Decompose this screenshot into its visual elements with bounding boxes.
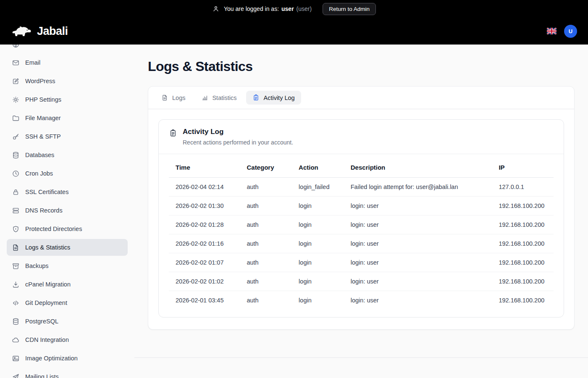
- document-icon: [161, 94, 168, 101]
- tab-statistics[interactable]: Statistics: [195, 91, 243, 105]
- globe-icon: [12, 45, 20, 48]
- login-message-prefix: You are logged in as:: [224, 5, 279, 12]
- table-row: 2026-02-02 01:30authloginlogin: user192.…: [169, 197, 554, 215]
- sidebar-item-ssl-certificates[interactable]: SSL Certificates: [7, 184, 128, 200]
- cell-category: auth: [240, 253, 292, 272]
- sidebar-item-logs-statistics[interactable]: Logs & Statistics: [7, 239, 128, 256]
- sidebar-item-file-manager[interactable]: File Manager: [7, 110, 128, 126]
- tab-activity-log[interactable]: Activity Log: [246, 91, 301, 105]
- sidebar-item-label: cPanel Migration: [25, 281, 71, 288]
- cell-category: auth: [240, 178, 292, 197]
- cloud-icon: [12, 336, 20, 344]
- cell-time: 2026-02-04 02:14: [169, 178, 240, 197]
- cell-time: 2026-02-02 01:28: [169, 215, 240, 234]
- archive-icon: [12, 262, 20, 270]
- paper-plane-icon: [12, 373, 20, 378]
- document-icon: [12, 244, 20, 252]
- card-title: Activity Log: [183, 128, 293, 136]
- table-row: 2026-02-02 01:02authloginlogin: user192.…: [169, 272, 554, 291]
- cell-ip: 192.168.100.200: [492, 272, 554, 291]
- table-row: 2026-02-04 02:14authlogin_failedFailed l…: [169, 178, 554, 197]
- tab-label: Activity Log: [263, 94, 294, 101]
- sidebar-item-cron-jobs[interactable]: Cron Jobs: [7, 165, 128, 182]
- cell-ip: 192.168.100.200: [492, 234, 554, 253]
- sidebar-item-git-deployment[interactable]: Git Deployment: [7, 294, 128, 311]
- clock-icon: [12, 170, 20, 178]
- uk-flag-icon[interactable]: [547, 28, 556, 34]
- admin-user-icon-slot: [212, 5, 220, 13]
- column-header-category: Category: [240, 158, 292, 178]
- sidebar-item-label: Logs & Statistics: [25, 244, 70, 251]
- cell-ip: 192.168.100.200: [492, 197, 554, 215]
- sidebar-item-email[interactable]: Email: [7, 54, 128, 71]
- sidebar-item-label: Backups: [25, 262, 49, 269]
- cell-description: login: user: [344, 291, 492, 310]
- tab-content: Activity Log Recent actions performed in…: [148, 109, 574, 329]
- gear-icon: [12, 96, 20, 104]
- sidebar-item-label: Protected Directories: [25, 226, 82, 232]
- cell-category: auth: [240, 272, 292, 291]
- footer-divider: [134, 357, 588, 358]
- sidebar-item-label: CDN Integration: [25, 336, 69, 343]
- brand-name: Jabali: [37, 25, 68, 38]
- sidebar-item-ssh-sftp[interactable]: SSH & SFTP: [7, 128, 128, 145]
- sidebar-item-image-optimization[interactable]: Image Optimization: [7, 350, 128, 367]
- sidebar-item-cpanel-migration[interactable]: cPanel Migration: [7, 276, 128, 293]
- sidebar-item-cdn-integration[interactable]: CDN Integration: [7, 331, 128, 348]
- sidebar-item-label: PHP Settings: [25, 96, 61, 103]
- table-header-row: TimeCategoryActionDescriptionIP: [169, 158, 554, 178]
- main-content: Logs & Statistics LogsStatisticsActivity…: [134, 45, 588, 378]
- sidebar-item-label: Image Optimization: [25, 355, 78, 362]
- sidebar-item-label: SSH & SFTP: [25, 133, 61, 140]
- sidebar-item-label: Git Deployment: [25, 299, 67, 306]
- sidebar-item-protected-directories[interactable]: Protected Directories: [7, 220, 128, 237]
- sidebar-item-mailing-lists[interactable]: Mailing Lists: [7, 368, 128, 378]
- cell-ip: 192.168.100.200: [492, 253, 554, 272]
- header-right: U: [547, 25, 577, 38]
- sidebar-item-databases[interactable]: Databases: [7, 147, 128, 163]
- sidebar-item-label: WordPress: [25, 78, 55, 84]
- activity-table: TimeCategoryActionDescriptionIP 2026-02-…: [169, 158, 554, 310]
- sidebar-item-label: Email: [25, 59, 40, 66]
- cell-category: auth: [240, 291, 292, 310]
- card-subtitle: Recent actions performed in your account…: [183, 139, 293, 146]
- login-message: You are logged in as: user (user): [224, 5, 312, 12]
- sidebar-item-partial[interactable]: [7, 45, 128, 52]
- activity-log-card-header: Activity Log Recent actions performed in…: [159, 120, 564, 154]
- tab-label: Logs: [172, 94, 185, 101]
- database-icon: [12, 151, 20, 159]
- sidebar-item-label: SSL Certificates: [25, 189, 68, 195]
- sidebar-item-php-settings[interactable]: PHP Settings: [7, 91, 128, 108]
- sidebar-item-label: PostgreSQL: [25, 318, 58, 325]
- chart-icon: [201, 94, 208, 101]
- sidebar-item-label: Databases: [25, 152, 54, 158]
- sidebar-item-backups[interactable]: Backups: [7, 257, 128, 274]
- image-icon: [12, 354, 20, 362]
- column-header-action: Action: [292, 158, 344, 178]
- tab-logs[interactable]: Logs: [155, 91, 192, 105]
- tab-label: Statistics: [212, 94, 236, 101]
- return-to-admin-button[interactable]: Return to Admin: [323, 3, 376, 15]
- column-header-ip: IP: [492, 158, 554, 178]
- sidebar-item-wordpress[interactable]: WordPress: [7, 73, 128, 89]
- sidebar-item-label: Cron Jobs: [25, 170, 53, 177]
- folder-icon: [12, 114, 20, 122]
- sidebar-item-postgresql[interactable]: PostgreSQL: [7, 313, 128, 330]
- user-avatar[interactable]: U: [564, 25, 577, 38]
- brand[interactable]: Jabali: [11, 24, 68, 39]
- sidebar-nav: EmailWordPressPHP SettingsFile ManagerSS…: [0, 45, 134, 378]
- person-icon: [212, 5, 220, 13]
- table-row: 2026-02-01 03:45authloginlogin: user192.…: [169, 291, 554, 310]
- cell-description: login: user: [344, 234, 492, 253]
- sidebar-item-dns-records[interactable]: DNS Records: [7, 202, 128, 219]
- clipboard-icon: [252, 94, 260, 101]
- cell-category: auth: [240, 234, 292, 253]
- cell-description: Failed login attempt for: user@jabali.la…: [344, 178, 492, 197]
- login-role: (user): [297, 5, 312, 12]
- envelope-icon: [12, 59, 20, 67]
- cell-description: login: user: [344, 272, 492, 291]
- activity-log-card: Activity Log Recent actions performed in…: [158, 119, 564, 318]
- sidebar-item-label: DNS Records: [25, 207, 63, 214]
- cell-action: login: [292, 291, 344, 310]
- cell-description: login: user: [344, 253, 492, 272]
